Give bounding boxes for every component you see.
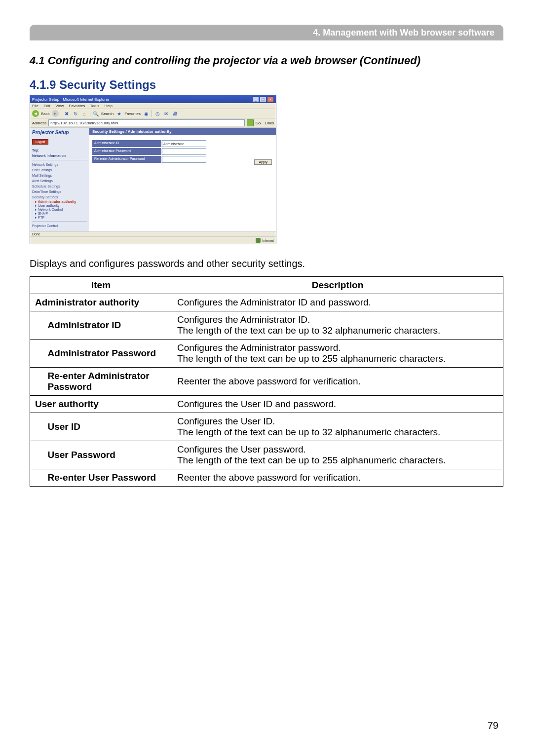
browser-titlebar: Projector Setup - Microsoft Internet Exp… xyxy=(30,95,276,103)
history-icon[interactable]: ◷ xyxy=(154,110,161,117)
media-icon[interactable]: ◉ xyxy=(143,110,150,117)
subsection-title: 4.1.9 Security Settings xyxy=(30,78,503,92)
back-label[interactable]: Back xyxy=(41,112,50,116)
sidebar-item-network-settings[interactable]: Network Settings xyxy=(32,162,87,167)
favorites-label[interactable]: Favorites xyxy=(124,112,141,116)
table-description: Configures the User ID and password. xyxy=(172,396,503,413)
admin-password-input[interactable] xyxy=(162,148,206,155)
table-header-item: Item xyxy=(30,277,172,294)
apply-button[interactable]: Apply xyxy=(254,159,272,165)
minimize-icon[interactable]: _ xyxy=(252,96,259,102)
go-label: Go xyxy=(256,121,261,125)
sidebar-sub-snmp[interactable]: ▸ SNMP xyxy=(32,212,87,216)
menu-help[interactable]: Help xyxy=(105,104,113,108)
reenter-admin-password-label: Re-enter Administrator Password xyxy=(92,156,161,163)
links-label[interactable]: Links xyxy=(265,121,274,125)
menu-tools[interactable]: Tools xyxy=(90,104,100,108)
table-row: User PasswordConfigures the User passwor… xyxy=(30,441,503,469)
table-item: Re-enter User Password xyxy=(43,469,172,487)
menu-favorites[interactable]: Favorites xyxy=(69,104,85,108)
favorites-icon[interactable]: ★ xyxy=(115,110,122,117)
table-row: Re-enter User PasswordReenter the above … xyxy=(30,469,503,487)
table-indent xyxy=(30,469,43,487)
table-description: Configures the Administrator ID. The len… xyxy=(172,311,503,340)
menu-file[interactable]: File xyxy=(32,104,38,108)
table-row: Administrator PasswordConfigures the Adm… xyxy=(30,340,503,368)
refresh-icon[interactable]: ↻ xyxy=(72,110,79,117)
table-description: Configures the Administrator password. T… xyxy=(172,340,503,368)
maximize-icon[interactable]: □ xyxy=(260,96,266,102)
sidebar-sub-admin-authority[interactable]: ▸ Administrator authority xyxy=(32,200,87,204)
table-description: Reenter the above password for verificat… xyxy=(172,469,503,487)
table-indent xyxy=(30,368,43,396)
browser-done: Done xyxy=(30,231,276,236)
home-icon[interactable]: ⌂ xyxy=(81,110,88,117)
table-row: Administrator IDConfigures the Administr… xyxy=(30,311,503,340)
toolbar-separator xyxy=(152,110,152,117)
chapter-header: 4. Management with Web browser software xyxy=(30,25,503,40)
sidebar-sub-network-control[interactable]: ▸ Network Control xyxy=(32,208,87,212)
table-description: Configures the Administrator ID and pass… xyxy=(172,294,503,311)
menu-view[interactable]: View xyxy=(55,104,64,108)
reenter-admin-password-input[interactable] xyxy=(162,156,206,163)
logoff-button[interactable]: Logoff xyxy=(32,139,48,145)
sidebar-item-port-settings[interactable]: Port Settings xyxy=(32,167,87,173)
sidebar-item-alert-settings[interactable]: Alert Settings xyxy=(32,178,87,184)
admin-id-input[interactable]: Administrator xyxy=(162,140,206,147)
intro-text: Displays and configures passwords and ot… xyxy=(30,258,503,269)
address-input[interactable]: http://192.168.1.10/admin/security.html xyxy=(48,119,244,126)
table-indent xyxy=(30,311,43,340)
admin-id-label: Administrator ID xyxy=(92,140,161,147)
sidebar-item-datetime-settings[interactable]: Date/Time Settings xyxy=(32,189,87,194)
table-row: User IDConfigures the User ID. The lengt… xyxy=(30,413,503,441)
search-icon[interactable]: 🔍 xyxy=(92,110,99,117)
done-label: Done xyxy=(32,232,40,236)
sidebar-sub-user-authority[interactable]: ▸ User authority xyxy=(32,204,87,208)
page-main: Security Settings / Administrator author… xyxy=(89,128,276,231)
go-button[interactable]: → xyxy=(247,119,254,126)
address-label: Address xyxy=(32,121,46,125)
browser-window: Projector Setup - Microsoft Internet Exp… xyxy=(30,95,276,244)
search-label[interactable]: Search xyxy=(101,112,114,116)
table-description: Configures the User ID. The length of th… xyxy=(172,413,503,441)
close-icon[interactable]: × xyxy=(267,96,274,102)
sidebar-item-mail-settings[interactable]: Mail Settings xyxy=(32,173,87,178)
admin-password-label: Administrator Password xyxy=(92,148,161,155)
table-item-group: User authority xyxy=(30,396,172,413)
main-panel-header: Security Settings / Administrator author… xyxy=(89,128,276,135)
toolbar-separator xyxy=(61,110,61,117)
table-item: Re-enter Administrator Password xyxy=(43,368,172,396)
sidebar-item-network-info[interactable]: Network Information xyxy=(32,153,87,158)
table-description: Configures the User password. The length… xyxy=(172,441,503,469)
table-item: User ID xyxy=(43,413,172,441)
sidebar-item-security-settings[interactable]: Security Settings xyxy=(32,194,87,200)
table-indent xyxy=(30,413,43,441)
table-header-description: Description xyxy=(172,277,503,294)
table-row: Administrator authorityConfigures the Ad… xyxy=(30,294,503,311)
back-icon[interactable]: ◄ xyxy=(32,110,39,117)
page-number: 79 xyxy=(488,720,498,731)
table-item: Administrator Password xyxy=(43,340,172,368)
sidebar-item-schedule-settings[interactable]: Schedule Settings xyxy=(32,184,87,189)
browser-toolbar: ◄ Back ► ✖ ↻ ⌂ 🔍 Search ★ Favorites ◉ ◷ … xyxy=(30,109,276,118)
page-sidebar: Projector Setup Logoff Top: Network Info… xyxy=(30,128,89,231)
sidebar-sub-ftp[interactable]: ▸ FTP xyxy=(32,216,87,220)
section-title: 4.1 Configuring and controlling the proj… xyxy=(30,54,503,67)
sidebar-item-top[interactable]: Top: xyxy=(32,148,87,153)
browser-title: Projector Setup - Microsoft Internet Exp… xyxy=(32,97,109,102)
sidebar-item-projector-control[interactable]: Projector Control xyxy=(32,223,87,228)
settings-table: Item Description Administrator authority… xyxy=(30,276,503,487)
chapter-header-text: 4. Management with Web browser software xyxy=(313,28,495,38)
table-item: User Password xyxy=(43,441,172,469)
table-indent xyxy=(30,340,43,368)
mail-icon[interactable]: ✉ xyxy=(163,110,170,117)
address-url: http://192.168.1.10/admin/security.html xyxy=(50,121,118,125)
menu-edit[interactable]: Edit xyxy=(43,104,50,108)
print-icon[interactable]: 🖶 xyxy=(172,110,179,117)
forward-icon: ► xyxy=(52,110,59,117)
table-indent xyxy=(30,441,43,469)
table-row: Re-enter Administrator PasswordReenter t… xyxy=(30,368,503,396)
stop-icon[interactable]: ✖ xyxy=(63,110,70,117)
internet-zone-label: Internet xyxy=(262,239,274,242)
browser-menubar: File Edit View Favorites Tools Help xyxy=(30,103,276,109)
